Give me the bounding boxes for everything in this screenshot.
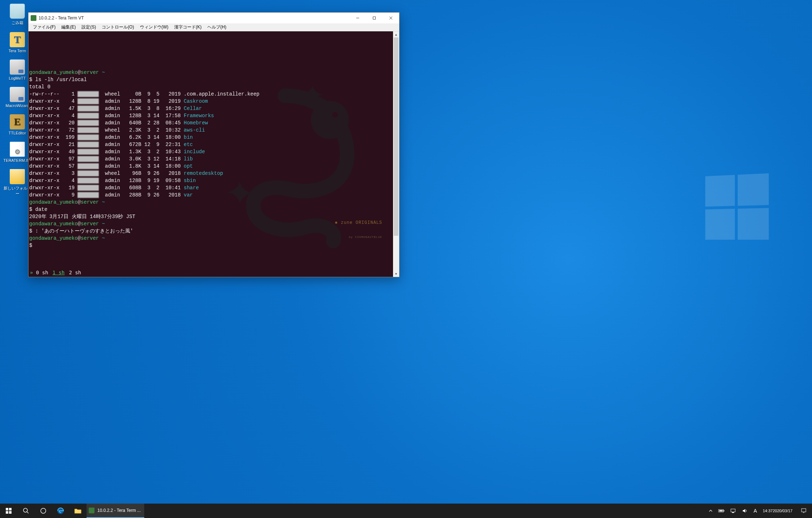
cortana-button[interactable] [35,504,52,518]
terminal-line: drwxr-xr-x 40 █████ admin 1.3K 3 2 10:43… [29,148,392,155]
edge-icon [57,507,65,515]
maximize-button[interactable] [366,13,383,23]
terminal-line: drwxr-xr-x 47 █████ admin 1.5K 3 8 16:29… [29,105,392,112]
close-button[interactable] [383,13,399,23]
minimize-button[interactable] [349,13,366,23]
svg-point-12 [41,508,46,513]
desktop-icon-label: TTLEditor [9,131,26,135]
terminal-line: $ ls -lh /usr/local [29,76,392,83]
terminal-line: $ : 'あのイーハトーヴォのすきとおった風' [29,227,392,235]
desktop-icon-label: ごみ箱 [12,20,23,26]
desktop-icon-label: MacroWizard [6,103,29,108]
window-icon [31,15,36,21]
desktop-icon-recycle-bin[interactable]: ごみ箱 [3,4,32,26]
svg-rect-9 [9,511,12,514]
terminal-line: drwxr-xr-x 4 █████ admin 128B 9 19 09:58… [29,177,392,184]
desktop-icon-ttle[interactable]: ETTLEditor [3,114,32,135]
battery-icon[interactable] [715,504,728,518]
svg-rect-6 [6,508,8,510]
clock[interactable]: 14:37 2020/03/17 [760,504,795,518]
menu-item[interactable]: ファイル(F) [30,23,58,31]
menubar: ファイル(F)編集(E)設定(S)コントロール(O)ウィンドウ(W)漢字コード(… [28,23,399,31]
desktop-icon-file[interactable]: TERATERM.INI [3,142,32,163]
svg-rect-1 [373,17,376,19]
terminal-line: $ date [29,206,392,213]
ime-indicator[interactable]: A [751,504,760,518]
screen-tab[interactable]: 2 sh [69,270,81,275]
start-button[interactable] [0,504,17,518]
desktop-icon-label: 新しいフォルダー [3,186,32,196]
terminal-line: drwxr-xr-x 20 █████ admin 640B 2 28 08:4… [29,119,392,127]
scroll-thumb[interactable] [394,37,398,236]
screen-tab[interactable]: 1 sh [53,270,65,275]
desktop-icon-label: TERATERM.INI [4,158,31,163]
edge-button[interactable] [52,504,69,518]
notification-icon [801,508,807,514]
terminal-line: $ [29,242,392,249]
menu-item[interactable]: 漢字コード(K) [171,23,204,31]
terminal-line: 2020年 3月17日 火曜日 14時37分39秒 JST [29,213,392,220]
folder-icon [74,508,81,514]
cortana-icon [40,508,47,514]
terminal-line: gondawara_yumeko@server ~ [29,69,392,76]
svg-rect-8 [6,511,8,514]
terminal-line: drwxr-xr-x 19 █████ admin 608B 3 2 10:41… [29,184,392,191]
teraterm-window: 10.0.2.2 - Tera Term VT ファイル(F)編集(E)設定(S… [28,12,400,277]
terminal-output[interactable]: ✱ zune ORIGINALS by COSMONAUTBLUE gondaw… [28,31,393,277]
taskbar: 10.0.2.2 - Tera Term ... A 14:37 2020/03… [0,504,812,518]
network-icon[interactable] [728,504,739,518]
svg-rect-17 [731,509,735,512]
desktop-icon-exe[interactable]: MacroWizard [3,87,32,108]
desktop-icons: ごみ箱TTera TermLogMeTTMacroWizardETTLEdito… [3,4,32,196]
scroll-down-button[interactable]: ▼ [393,271,399,277]
vertical-scrollbar[interactable]: ▲ ▼ [393,31,399,277]
terminal-line: gondawara_yumeko@server ~ [29,220,392,227]
windows-logo-watermark [705,173,769,239]
teraterm-icon: T [10,32,25,47]
search-button[interactable] [17,504,35,518]
menu-item[interactable]: 編集(E) [58,23,79,31]
svg-rect-7 [9,508,12,510]
tray-overflow-button[interactable] [706,504,715,518]
scroll-track[interactable] [393,37,399,271]
window-control-buttons [349,13,399,23]
terminal-line: drwxr-xr-x 4 █████ admin 128B 8 19 2019 … [29,98,392,105]
scroll-up-button[interactable]: ▲ [393,31,399,37]
recycle-bin-icon [10,4,25,19]
svg-rect-19 [802,509,806,512]
desktop-icon-teraterm[interactable]: TTera Term [3,32,32,53]
terminal-line: drwxr-xr-x 3 █████ wheel 96B 9 26 2018 r… [29,170,392,177]
terminal-line: drwxr-xr-x 9 █████ admin 288B 9 26 2018 … [29,191,392,199]
taskbar-running-label: 10.0.2.2 - Tera Term ... [97,508,141,513]
screen-tab[interactable]: 0 sh [36,270,48,275]
desktop-icon-folder[interactable]: 新しいフォルダー [3,169,32,196]
menu-item[interactable]: ウィンドウ(W) [137,23,171,31]
terminal-line: drwxr-xr-x 97 █████ admin 3.0K 3 12 14:1… [29,155,392,163]
menu-item[interactable]: コントロール(O) [99,23,137,31]
volume-icon[interactable] [739,504,751,518]
file-icon [10,142,25,157]
terminal-line: drwxr-xr-x 72 █████ wheel 2.3K 3 2 10:32… [29,127,392,134]
window-titlebar[interactable]: 10.0.2.2 - Tera Term VT [28,13,399,23]
menu-item[interactable]: 設定(S) [79,23,99,31]
menu-item[interactable]: ヘルプ(H) [204,23,229,31]
terminal-status-line: » 0 sh1 sh2 sh [28,268,393,277]
exe-icon [10,87,25,102]
terminal-line: gondawara_yumeko@server ~ [29,199,392,206]
desktop-icon-label: Tera Term [9,49,26,53]
svg-rect-15 [724,510,724,512]
chevron-up-icon [709,509,712,513]
svg-rect-18 [732,512,734,513]
terminal-line: drwxr-xr-x 199 █████ admin 6.2K 3 14 18:… [29,134,392,141]
svg-rect-16 [719,510,723,512]
terminal-line: drwxr-xr-x 21 █████ admin 672B 12 9 22:3… [29,141,392,148]
terminal-line: drwxr-xr-x 57 █████ admin 1.8K 3 14 18:0… [29,163,392,170]
svg-point-10 [23,508,27,512]
explorer-button[interactable] [69,504,87,518]
ttle-icon: E [10,114,25,129]
action-center-button[interactable] [795,504,812,518]
terminal-line: -rw-r--r-- 1 █████ wheel 0B 9 5 2019 .co… [29,90,392,98]
window-title: 10.0.2.2 - Tera Term VT [39,16,349,21]
taskbar-running-teraterm[interactable]: 10.0.2.2 - Tera Term ... [87,504,144,518]
desktop-icon-exe[interactable]: LogMeTT [3,59,32,80]
